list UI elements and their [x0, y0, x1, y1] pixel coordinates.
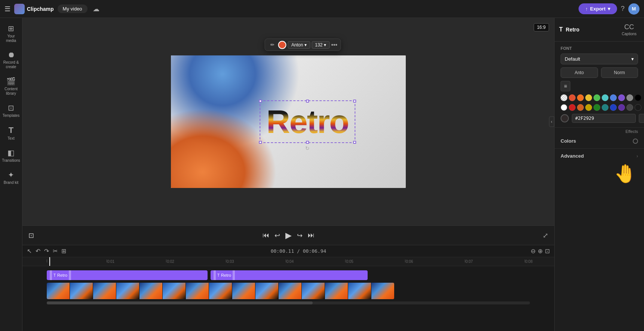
- export-button[interactable]: ↑ Export ▾: [579, 3, 617, 14]
- time-current: 00:00.11: [271, 248, 294, 254]
- timeline-redo-btn[interactable]: ↷: [44, 248, 49, 255]
- retro-text-container[interactable]: Retro ↻: [260, 100, 355, 143]
- swatch-blue2[interactable]: [610, 104, 617, 111]
- clip-label-2: Retro: [221, 273, 231, 277]
- media-frame-15: [371, 283, 395, 299]
- rotate-handle[interactable]: ↻: [305, 145, 310, 151]
- ruler-mark-3: 0:03: [226, 259, 286, 264]
- clip-text-icon-1: T: [53, 273, 56, 277]
- swatch-teal1[interactable]: [602, 94, 608, 101]
- text-track-row: T Retro T Retro: [22, 268, 554, 281]
- swatch-teal2[interactable]: [602, 104, 608, 111]
- export-label: Export: [590, 6, 605, 12]
- handle-top-right[interactable]: [353, 100, 356, 103]
- swatch-red2[interactable]: [569, 104, 576, 111]
- swatch-yellow2[interactable]: [585, 104, 592, 111]
- help-icon[interactable]: ?: [621, 5, 625, 13]
- media-track: [47, 283, 395, 299]
- swatch-purple1[interactable]: [618, 94, 625, 101]
- timeline-area: ↖ ↶ ↷ ✂ ⊞ 00:00.11 / 00:06.94 ⊖ ⊕ ⊡: [22, 245, 554, 331]
- advanced-expand-icon: ›: [637, 154, 638, 159]
- playback-play-btn[interactable]: ▶: [285, 231, 292, 240]
- swatch-black1[interactable]: [635, 94, 641, 101]
- timeline-zoom-in-btn[interactable]: ⊕: [538, 248, 543, 255]
- clip-handle-right-2[interactable]: [233, 270, 235, 280]
- ruler-mark-7: 0:07: [465, 259, 525, 264]
- swatch-purple2[interactable]: [618, 104, 625, 111]
- colors-section: Colors: [555, 134, 644, 149]
- color-hex-input[interactable]: [572, 114, 636, 123]
- colors-section-label: Colors: [561, 138, 576, 144]
- font-name-dropdown[interactable]: Anton ▾: [288, 41, 310, 49]
- clip-handle-left-2[interactable]: [214, 270, 216, 280]
- swatch-blue1[interactable]: [610, 94, 617, 101]
- playback-skip-start-btn[interactable]: ⏮: [263, 231, 269, 239]
- font-size-dropdown[interactable]: 132 ▾: [312, 41, 329, 49]
- sidebar-item-your-media[interactable]: ⊞ Your media: [1, 21, 21, 46]
- timeline-select-tool[interactable]: ↖: [27, 248, 32, 255]
- selected-color-circle[interactable]: [561, 114, 569, 122]
- swatch-transparent[interactable]: [561, 94, 567, 101]
- advanced-section[interactable]: Advanced ›: [555, 149, 644, 163]
- sidebar-item-brand-kit[interactable]: ✦ Brand kit: [1, 167, 21, 188]
- clip-handle-right-1[interactable]: [69, 270, 71, 280]
- swatch-green2[interactable]: [594, 104, 600, 111]
- playback-skip-end-btn[interactable]: ⏭: [308, 231, 315, 239]
- panel-title: Retro: [566, 27, 580, 33]
- sidebar-item-content-library[interactable]: 🎬 Content library: [1, 74, 21, 99]
- playhead[interactable]: [49, 257, 50, 266]
- timeline-zoom-out-btn[interactable]: ⊖: [531, 248, 536, 255]
- timeline-undo-btn[interactable]: ↶: [36, 248, 40, 255]
- timeline-split-btn[interactable]: ✂: [53, 248, 58, 255]
- font-style-dropdown[interactable]: Default ▾: [561, 54, 638, 64]
- clip-handle-left-1[interactable]: [50, 270, 52, 280]
- opacity-group: ▲ ▼: [639, 114, 644, 123]
- swatch-white2[interactable]: [561, 104, 567, 111]
- sidebar-label-record-create: Record &create: [3, 60, 19, 69]
- handle-bottom-left[interactable]: [259, 141, 262, 144]
- sidebar-item-record-create[interactable]: ⏺ Record &create: [1, 48, 21, 72]
- swatch-gray1[interactable]: [626, 94, 633, 101]
- swatch-gray2[interactable]: [626, 104, 633, 111]
- logo-icon: [14, 4, 25, 14]
- font-size-btn[interactable]: Norm: [601, 67, 638, 78]
- sidebar-item-text[interactable]: T Text: [1, 122, 21, 144]
- timeline-snap-btn[interactable]: ⊞: [61, 248, 66, 255]
- opacity-input[interactable]: [639, 114, 644, 123]
- playback-forward-btn[interactable]: ↪: [297, 231, 303, 240]
- sidebar-label-transitions: Transitions: [2, 158, 20, 163]
- text-toolbar-more-btn[interactable]: •••: [331, 42, 337, 48]
- swatch-yellow1[interactable]: [585, 94, 592, 101]
- swatch-orange1[interactable]: [577, 94, 584, 101]
- handle-top-left[interactable]: [259, 100, 262, 103]
- font-name-btn[interactable]: Anto: [561, 67, 598, 78]
- handle-top-mid[interactable]: [306, 100, 309, 103]
- text-clip-1[interactable]: T Retro: [47, 270, 208, 280]
- timeline-scrollbar[interactable]: [47, 301, 530, 304]
- menu-icon[interactable]: ☰: [4, 5, 10, 13]
- swatch-green1[interactable]: [594, 94, 600, 101]
- content-library-icon: 🎬: [6, 77, 16, 86]
- colors-toggle[interactable]: [633, 139, 638, 144]
- swatch-orange2[interactable]: [577, 104, 584, 111]
- user-avatar[interactable]: M: [628, 3, 640, 15]
- sidebar-item-transitions[interactable]: ◧ Transitions: [1, 145, 21, 166]
- fullscreen-btn[interactable]: ⤢: [543, 231, 548, 240]
- playback-screenshot-btn[interactable]: ⊡: [28, 231, 34, 240]
- ruler-mark-0: [47, 259, 107, 264]
- captions-button[interactable]: CC Captions: [619, 22, 640, 37]
- collapse-panel-button[interactable]: ‹: [549, 116, 554, 127]
- video-tab[interactable]: My video: [58, 4, 88, 13]
- timeline-fit-btn[interactable]: ⊡: [545, 248, 550, 255]
- handle-bottom-mid[interactable]: [306, 141, 309, 144]
- text-edit-pencil-btn[interactable]: ✏: [268, 40, 277, 49]
- playback-rewind-btn[interactable]: ↩: [275, 231, 280, 240]
- swatch-red1[interactable]: [569, 94, 576, 101]
- scrollbar-thumb[interactable]: [47, 301, 313, 304]
- swatch-dark2[interactable]: [635, 104, 641, 111]
- handle-bottom-right[interactable]: [353, 141, 356, 144]
- align-left-btn[interactable]: ≡: [561, 81, 570, 91]
- text-clip-2[interactable]: T Retro: [211, 270, 368, 280]
- sidebar-item-templates[interactable]: ⊡ Templates: [1, 100, 21, 121]
- text-color-swatch[interactable]: [278, 41, 286, 49]
